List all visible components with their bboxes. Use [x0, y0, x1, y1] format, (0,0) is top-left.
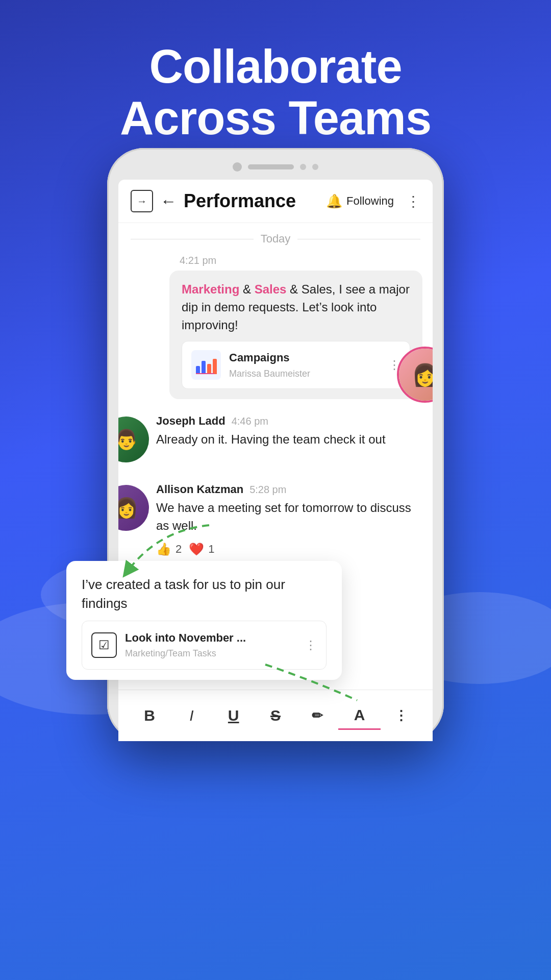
- message-time-allison: 5:28 pm: [249, 484, 286, 496]
- bold-button[interactable]: B: [129, 701, 170, 730]
- sender-name-joseph: Joseph Ladd: [156, 414, 226, 428]
- message-text-joseph: Already on it. Having the team check it …: [156, 431, 420, 449]
- mention-sales[interactable]: Sales: [255, 282, 287, 296]
- attachment-name: Campaigns: [229, 350, 380, 366]
- attachment-info: Campaigns Marissa Baumeister: [229, 350, 380, 380]
- bell-icon: 🔔: [326, 193, 342, 209]
- sender-name-allison: Allison Katzman: [156, 483, 243, 496]
- back-button[interactable]: ←: [160, 192, 177, 211]
- floating-task-bubble: I’ve created a task for us to pin our fi…: [66, 561, 342, 680]
- speaker-grille: [248, 164, 294, 169]
- phone-top-bar: [118, 162, 433, 180]
- sep-line-right: [297, 239, 420, 239]
- message-content-joseph: Joseph Ladd 4:46 pm Already on it. Havin…: [149, 414, 420, 449]
- more-options-icon[interactable]: ⋮: [406, 193, 420, 210]
- message-time: 4:21 pm: [169, 255, 216, 266]
- following-button[interactable]: 🔔 Following: [326, 193, 394, 209]
- sep-line-left: [131, 239, 254, 239]
- message-meta-allison: Allison Katzman 5:28 pm: [156, 483, 420, 496]
- task-more-icon[interactable]: ⋮: [305, 636, 317, 654]
- hero-section: Collaborate Across Teams: [0, 0, 551, 144]
- message-joseph: 👨 Joseph Ladd 4:46 pm Already on it. Hav…: [118, 409, 433, 473]
- italic-button[interactable]: I: [170, 701, 212, 730]
- task-location: Marketing/Team Tasks: [125, 647, 296, 660]
- message-meta-joseph: Joseph Ladd 4:46 pm: [156, 414, 420, 428]
- avatar-image-female: 👩: [399, 349, 433, 401]
- channel-title: Performance: [184, 190, 319, 212]
- attachment-card-campaigns[interactable]: Campaigns Marissa Baumeister ⋮: [182, 341, 410, 389]
- mention-marketing[interactable]: Marketing: [182, 282, 239, 296]
- task-info: Look into November ... Marketing/Team Ta…: [125, 630, 296, 660]
- kpi-chart-icon: [196, 356, 217, 374]
- following-label: Following: [346, 194, 394, 208]
- sensor-dot2: [312, 164, 318, 170]
- task-name: Look into November ...: [125, 630, 296, 646]
- message-text-amp: &: [243, 282, 255, 296]
- underline-button[interactable]: U: [213, 701, 255, 730]
- message-time-joseph: 4:46 pm: [232, 415, 268, 427]
- attachment-thumbnail: [191, 350, 221, 380]
- camera-dot: [233, 162, 242, 172]
- dashed-arrow-svg2: [260, 659, 362, 710]
- phone-mockup: → ← Performance 🔔 Following ⋮ Today: [107, 148, 444, 741]
- task-checkbox-icon: ☑: [91, 632, 117, 658]
- sensor-dot: [300, 164, 306, 170]
- nav-bar: → ← Performance 🔔 Following ⋮: [118, 180, 433, 223]
- hero-title: Collaborate Across Teams: [0, 0, 551, 144]
- attachment-author: Marissa Baumeister: [229, 367, 380, 380]
- date-label: Today: [261, 232, 291, 246]
- dashed-arrow-svg: [117, 520, 219, 581]
- avatar-joseph: 👨: [118, 416, 149, 462]
- nav-sidebar-icon[interactable]: →: [131, 190, 153, 212]
- date-separator: Today: [118, 223, 433, 255]
- message-bubble-sent: Marketing & Sales & Sales, I see a major…: [169, 271, 422, 399]
- message-sent: 4:21 pm Marketing & Sales & Sales, I see…: [118, 255, 433, 409]
- more-formatting-button[interactable]: ⋮: [381, 701, 422, 730]
